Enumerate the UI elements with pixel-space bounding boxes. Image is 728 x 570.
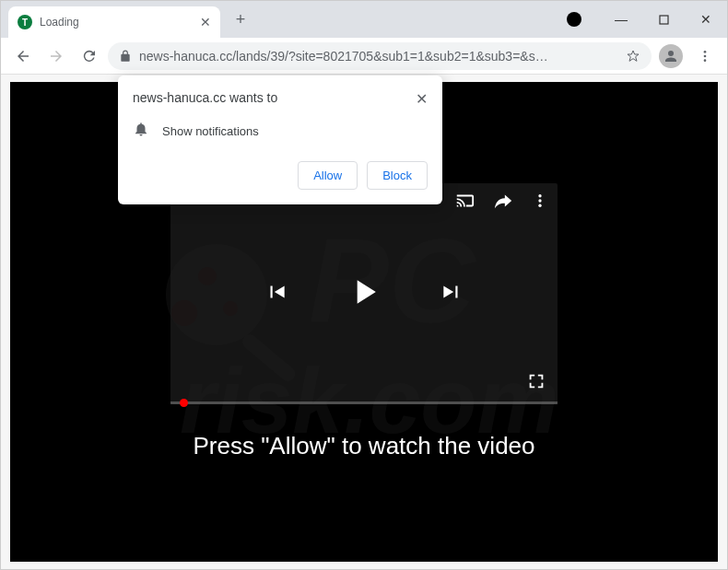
svg-point-12 — [538, 199, 541, 202]
favicon: T — [18, 15, 32, 29]
browser-menu-button[interactable] — [690, 41, 720, 71]
svg-point-1 — [704, 51, 707, 53]
play-icon[interactable] — [344, 272, 384, 316]
progress-bar[interactable] — [170, 401, 558, 404]
next-track-icon[interactable] — [440, 280, 464, 308]
extension-icon[interactable] — [567, 12, 581, 27]
back-button[interactable] — [8, 41, 38, 71]
kebab-icon — [698, 49, 712, 64]
svg-point-13 — [538, 204, 541, 207]
svg-point-2 — [704, 54, 707, 57]
fullscreen-icon[interactable] — [526, 378, 546, 394]
previous-track-icon[interactable] — [264, 280, 288, 308]
arrow-left-icon — [15, 48, 31, 64]
toolbar: news-hanuca.cc/lands/39/?site=8021705&su… — [1, 38, 727, 75]
window-controls: — ✕ — [600, 1, 727, 38]
prompt-message: Show notifications — [162, 124, 259, 138]
svg-rect-0 — [660, 16, 668, 24]
maximize-icon — [659, 15, 669, 25]
forward-button[interactable] — [41, 41, 71, 71]
svg-point-11 — [538, 194, 541, 197]
reload-button[interactable] — [75, 41, 104, 71]
person-icon — [663, 48, 679, 64]
prompt-close-icon[interactable]: ✕ — [416, 90, 428, 108]
cast-icon[interactable] — [454, 191, 475, 215]
profile-avatar[interactable] — [659, 44, 683, 68]
cta-text: Press "Allow" to watch the video — [193, 432, 534, 460]
allow-button[interactable]: Allow — [298, 161, 358, 190]
svg-point-3 — [704, 59, 707, 62]
player-menu-icon[interactable] — [532, 192, 548, 213]
reload-icon — [81, 48, 98, 64]
titlebar: T Loading ✕ + — ✕ — [1, 1, 727, 38]
progress-handle[interactable] — [180, 399, 188, 407]
lock-icon — [119, 50, 132, 63]
arrow-right-icon — [48, 48, 65, 64]
maximize-button[interactable] — [642, 1, 685, 38]
block-button[interactable]: Block — [367, 161, 428, 190]
share-icon[interactable] — [493, 191, 513, 215]
close-window-button[interactable]: ✕ — [685, 1, 727, 38]
tab-title: Loading — [40, 16, 200, 29]
browser-tab[interactable]: T Loading ✕ — [8, 6, 220, 38]
bell-icon — [133, 121, 149, 141]
video-player — [170, 183, 558, 404]
bookmark-star-icon[interactable] — [626, 49, 640, 64]
new-tab-button[interactable]: + — [228, 6, 253, 32]
url-text: news-hanuca.cc/lands/39/?site=8021705&su… — [139, 49, 618, 64]
prompt-title: news-hanuca.cc wants to — [133, 90, 277, 105]
tab-close-icon[interactable]: ✕ — [200, 15, 211, 29]
minimize-button[interactable]: — — [600, 1, 642, 38]
address-bar[interactable]: news-hanuca.cc/lands/39/?site=8021705&su… — [108, 42, 652, 70]
permission-prompt: news-hanuca.cc wants to ✕ Show notificat… — [118, 76, 442, 204]
